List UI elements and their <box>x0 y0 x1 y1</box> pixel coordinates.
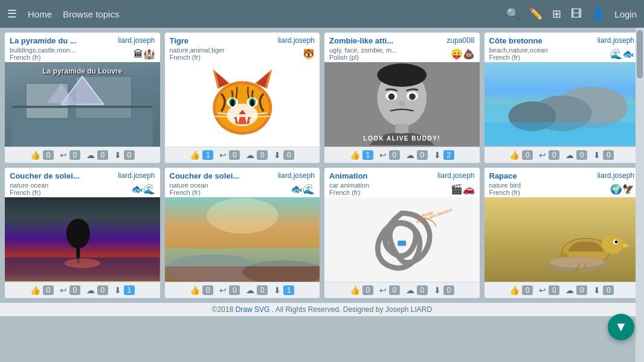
footer-icon-3[interactable]: ⬇ <box>593 150 601 160</box>
card-author[interactable]: liard.joseph <box>118 171 155 180</box>
card-title[interactable]: Côte bretonne <box>489 36 543 45</box>
nav-browse-topics[interactable]: Browse topics <box>63 9 119 19</box>
card-author[interactable]: liard.joseph <box>278 36 315 45</box>
card-emojis: 🐟🌊 <box>291 183 315 195</box>
svg-point-43 <box>65 259 100 268</box>
footer-icon-2[interactable]: ☁ <box>406 150 414 160</box>
footer-icon-2[interactable]: ☁ <box>406 285 414 295</box>
footer-icon-0[interactable]: 👍 <box>30 285 40 295</box>
svg-rect-39 <box>485 122 640 146</box>
footer-link[interactable]: Draw SVG <box>236 305 270 314</box>
footer-icon-2[interactable]: ☁ <box>86 285 95 295</box>
svg-point-55 <box>614 240 617 243</box>
footer-icon-3[interactable]: ⬇ <box>274 150 281 160</box>
footer-icon-1[interactable]: ↩ <box>219 150 227 160</box>
film-icon[interactable]: 🎞 <box>571 8 582 21</box>
card-image[interactable]: La pyramide du Louvre <box>5 62 160 147</box>
login-button[interactable]: Login <box>614 9 637 19</box>
footer-count-3: 1 <box>124 285 135 295</box>
footer-icon-0[interactable]: 👍 <box>190 285 200 295</box>
footer-count-3: 0 <box>443 285 454 295</box>
footer-icon-2[interactable]: ☁ <box>246 150 254 160</box>
card-tags: nature ocean <box>170 182 208 189</box>
card-header: Rapace liard.joseph <box>485 168 640 182</box>
footer-icon-0[interactable]: 👍 <box>350 285 360 295</box>
scrollbar-thumb[interactable] <box>637 30 643 78</box>
footer-count-2: 0 <box>257 150 268 160</box>
footer-count-2: 0 <box>576 285 587 295</box>
card-title[interactable]: Coucher de solei... <box>170 171 240 180</box>
card-lang: French (fr) <box>170 54 225 61</box>
card-image[interactable]: Keep rhythm and direction <box>324 197 480 282</box>
card-image[interactable] <box>165 62 320 147</box>
card-title[interactable]: Rapace <box>489 171 517 180</box>
card: Zombie-like atti... zupa008 ugly, face, … <box>324 33 480 163</box>
footer-icon-1[interactable]: ↩ <box>60 285 67 295</box>
hamburger-icon[interactable]: ☰ <box>7 7 17 21</box>
card-title[interactable]: Coucher de solei... <box>10 171 80 180</box>
card-meta: beach,nature,ocean French (fr) 🌊🐟 <box>485 46 640 62</box>
card-author[interactable]: liard.joseph <box>597 171 634 180</box>
edit-icon[interactable]: ✏️ <box>529 7 543 21</box>
card-footer: 👍 0 ↩ 0 ☁ 0 ⬇ 0 <box>5 147 160 163</box>
svg-rect-48 <box>398 241 406 246</box>
grid-icon[interactable]: ⊞ <box>552 7 561 21</box>
card-image[interactable] <box>5 197 160 282</box>
footer-icon-2[interactable]: ☁ <box>246 285 254 295</box>
card-image[interactable] <box>485 62 640 147</box>
card: La pyramide du ... liard.joseph building… <box>5 33 160 163</box>
card-header: Côte bretonne liard.joseph <box>485 33 640 46</box>
footer-icon-0[interactable]: 👍 <box>350 150 360 160</box>
card-lang: French (fr) <box>489 189 521 196</box>
footer-icon-3[interactable]: ⬇ <box>274 285 281 295</box>
footer-icon-3[interactable]: ⬇ <box>434 285 441 295</box>
card-author[interactable]: zupa008 <box>446 36 474 45</box>
footer-count-1: 0 <box>229 150 240 160</box>
footer-icon-0[interactable]: 👍 <box>30 150 40 160</box>
footer-icon-0[interactable]: 👍 <box>190 150 200 160</box>
card-emojis: 😛💩 <box>451 48 475 60</box>
card-image[interactable] <box>485 197 640 282</box>
card-footer: 👍 0 ↩ 0 ☁ 0 ⬇ 0 <box>485 147 640 163</box>
card-lang: French (fr) <box>329 189 369 196</box>
footer-icon-1[interactable]: ↩ <box>379 285 387 295</box>
card-footer: 👍 1 ↩ 0 ☁ 0 ⬇ 2 <box>324 147 480 163</box>
card-meta: nature bird French (fr) 🌍🦅 <box>485 182 640 197</box>
card-title[interactable]: La pyramide du ... <box>10 36 77 45</box>
card-author[interactable]: liard.joseph <box>278 171 315 180</box>
footer-icon-1[interactable]: ↩ <box>539 285 546 295</box>
fab-button[interactable]: ▼ <box>608 314 634 340</box>
card-author[interactable]: liard.joseph <box>437 171 474 180</box>
card-image[interactable]: LOOK ALIVE BUDDY! <box>324 62 480 147</box>
footer-icon-1[interactable]: ↩ <box>539 150 546 160</box>
card-image[interactable] <box>165 197 320 282</box>
footer-icon-0[interactable]: 👍 <box>509 285 520 295</box>
card-author[interactable]: liard.joseph <box>118 36 155 45</box>
card-footer: 👍 1 ↩ 0 ☁ 0 ⬇ 0 <box>165 147 320 163</box>
footer-icon-1[interactable]: ↩ <box>219 285 227 295</box>
footer-icon-3[interactable]: ⬇ <box>434 150 441 160</box>
navbar: ☰ Home Browse topics 🔍 ✏️ ⊞ 🎞 👤 Login <box>0 0 644 28</box>
footer-icon-3[interactable]: ⬇ <box>593 285 601 295</box>
footer-icon-2[interactable]: ☁ <box>565 150 574 160</box>
user-icon[interactable]: 👤 <box>591 7 605 21</box>
footer-icon-2[interactable]: ☁ <box>565 285 574 295</box>
footer-icon-1[interactable]: ↩ <box>379 150 387 160</box>
card-title[interactable]: Zombie-like atti... <box>329 36 393 45</box>
card-author[interactable]: liard.joseph <box>597 36 634 45</box>
footer-icon-0[interactable]: 👍 <box>509 150 520 160</box>
card-header: Coucher de solei... liard.joseph <box>5 168 160 182</box>
scrollbar[interactable] <box>636 28 644 362</box>
card-title[interactable]: Animation <box>329 171 368 180</box>
nav-home[interactable]: Home <box>28 9 52 19</box>
search-icon[interactable]: 🔍 <box>506 7 520 21</box>
card-title[interactable]: Tigre <box>170 36 189 45</box>
footer-icon-3[interactable]: ⬇ <box>114 150 121 160</box>
footer-icon-1[interactable]: ↩ <box>60 150 67 160</box>
card-meta: buildings,castle,mon... French (fr) 🏛🏰 <box>5 46 160 62</box>
page-footer: ©2018 Draw SVG . All Rights Reserved. De… <box>0 303 644 316</box>
footer-icon-3[interactable]: ⬇ <box>114 285 121 295</box>
footer-icon-2[interactable]: ☁ <box>86 150 95 160</box>
card-tags: buildings,castle,mon... <box>10 46 76 54</box>
card-header: Tigre liard.joseph <box>165 33 320 46</box>
